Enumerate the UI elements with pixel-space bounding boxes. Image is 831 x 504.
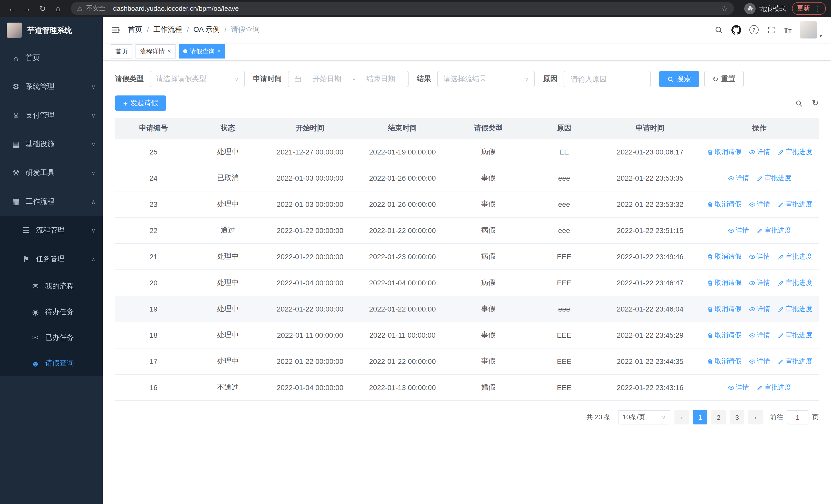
page-button-2[interactable]: 2 — [711, 410, 726, 424]
github-icon[interactable] — [732, 25, 741, 35]
cell-start-time: 2022-01-22 00:00:00 — [264, 243, 356, 270]
browser-home-icon[interactable]: ⌂ — [51, 2, 65, 15]
sidebar-item-process-management[interactable]: ☰ 流程管理 ∨ — [0, 216, 103, 245]
table-search-icon[interactable] — [795, 99, 803, 107]
sidebar-item-leave-query[interactable]: ☻ 请假查询 — [0, 351, 103, 376]
reset-button[interactable]: ↻ 重置 — [704, 71, 744, 87]
forward-icon[interactable]: → — [21, 2, 34, 15]
sidebar-item-todo-tasks[interactable]: ◉ 待办任务 — [0, 299, 103, 325]
fullscreen-icon[interactable] — [767, 25, 776, 34]
sidebar-item-done-tasks[interactable]: ✂ 已办任务 — [0, 325, 103, 351]
breadcrumb-workflow[interactable]: 工作流程 — [153, 25, 182, 34]
search-icon[interactable] — [715, 25, 723, 34]
detail-action-link[interactable]: 详情 — [727, 226, 749, 235]
breadcrumb-oa-example[interactable]: OA 示例 — [194, 25, 220, 34]
pagination-total: 共 23 条 — [586, 413, 611, 422]
cancel-action-link[interactable]: 取消请假 — [707, 147, 741, 156]
leave-type-select[interactable]: 请选择请假类型 ∨ — [150, 71, 245, 87]
detail-action-link[interactable]: 详情 — [749, 200, 770, 209]
cancel-action-link[interactable]: 取消请假 — [707, 357, 741, 366]
detail-action-link[interactable]: 详情 — [749, 278, 770, 288]
bookmark-star-icon[interactable]: ☆ — [721, 4, 728, 12]
progress-action-link[interactable]: 审批进度 — [777, 357, 812, 366]
progress-action-link[interactable]: 审批进度 — [756, 226, 791, 235]
back-icon[interactable]: ← — [5, 2, 19, 15]
cell-status: 处理中 — [192, 270, 264, 296]
search-button[interactable]: 搜索 — [659, 71, 699, 87]
close-icon[interactable]: × — [167, 48, 171, 54]
tab-home[interactable]: 首页 — [111, 44, 133, 59]
apply-time-label: 申请时间 — [253, 75, 282, 84]
gear-icon: ⚙ — [11, 82, 21, 91]
prev-page-button[interactable]: ‹ — [675, 410, 689, 424]
update-button[interactable]: 更新 ⋮ — [792, 2, 826, 15]
cell-start-time: 2022-01-22 00:00:00 — [264, 348, 356, 375]
filter-form: 请假类型 请选择请假类型 ∨ 申请时间 开始日期 — [115, 71, 819, 87]
cancel-action-link[interactable]: 取消请假 — [707, 252, 741, 261]
apply-time-range-picker[interactable]: 开始日期 - 结束日期 — [288, 71, 408, 87]
progress-action-link[interactable]: 审批进度 — [777, 147, 812, 156]
goto-page-input[interactable] — [787, 410, 808, 424]
cancel-action-link[interactable]: 取消请假 — [707, 278, 741, 288]
user-menu[interactable]: ▼ — [800, 21, 823, 38]
address-bar[interactable]: ⚠ 不安全 dashboard.yudao.iocoder.cn/bpm/oa/… — [71, 2, 734, 15]
page-button-3[interactable]: 3 — [730, 410, 744, 424]
help-icon[interactable]: ? — [749, 25, 758, 34]
page-button-1[interactable]: 1 — [693, 410, 707, 424]
sidebar-item-my-process[interactable]: ✉ 我的流程 — [0, 273, 103, 299]
browser-menu-icon[interactable]: ⋮ — [813, 5, 821, 12]
detail-action-link[interactable]: 详情 — [727, 383, 749, 392]
detail-action-link[interactable]: 详情 — [749, 252, 770, 261]
breadcrumb-home[interactable]: 首页 — [128, 25, 142, 34]
cell-start-time: 2022-01-04 00:00:00 — [264, 375, 356, 401]
progress-action-link[interactable]: 审批进度 — [777, 200, 812, 209]
sidebar-item-workflow[interactable]: ▦ 工作流程 ∧ — [0, 187, 103, 216]
detail-action-link[interactable]: 详情 — [749, 147, 770, 156]
detail-action-link[interactable]: 详情 — [749, 357, 770, 366]
create-leave-button[interactable]: + 发起请假 — [115, 95, 166, 111]
sidebar-item-devtools[interactable]: ⚒ 研发工具 ∨ — [0, 158, 103, 187]
detail-action-link[interactable]: 详情 — [749, 330, 770, 340]
detail-action-link[interactable]: 详情 — [727, 174, 749, 183]
progress-action-link[interactable]: 审批进度 — [756, 383, 791, 392]
cell-status: 处理中 — [192, 322, 264, 348]
table-refresh-icon[interactable]: ↻ — [812, 99, 819, 107]
sidebar-collapse-icon[interactable] — [111, 25, 121, 35]
sidebar-item-task-management[interactable]: ⚑ 任务管理 ∧ — [0, 245, 103, 273]
cancel-action-link[interactable]: 取消请假 — [707, 200, 741, 209]
tab-leave-query[interactable]: 请假查询 × — [179, 44, 225, 59]
cell-status: 处理中 — [192, 296, 264, 322]
sidebar-item-home[interactable]: ⌂ 首页 — [0, 43, 103, 72]
cancel-action-link[interactable]: 取消请假 — [707, 304, 741, 314]
reason-input[interactable] — [570, 75, 645, 84]
progress-action-link[interactable]: 审批进度 — [777, 330, 812, 340]
tab-process-detail[interactable]: 流程详情 × — [136, 44, 175, 59]
progress-action-link[interactable]: 审批进度 — [756, 174, 791, 183]
cell-end-time: 2022-01-26 00:00:00 — [356, 191, 449, 217]
edit-icon — [777, 149, 784, 155]
cell-apply-time: 2022-01-22 23:46:47 — [600, 270, 700, 296]
next-page-button[interactable]: › — [748, 410, 763, 424]
progress-action-link[interactable]: 审批进度 — [777, 304, 812, 314]
result-select[interactable]: 请选择流结果 ∨ — [437, 71, 535, 87]
sidebar-item-payment[interactable]: ¥ 支付管理 ∨ — [0, 101, 103, 130]
sidebar-item-system[interactable]: ⚙ 系统管理 ∨ — [0, 72, 103, 101]
page-size-select[interactable]: 10条/页 ∨ — [618, 410, 670, 424]
cell-id: 20 — [115, 270, 192, 296]
progress-action-link[interactable]: 审批进度 — [777, 278, 812, 288]
done-icon: ✂ — [31, 333, 40, 342]
sidebar-item-infrastructure[interactable]: ▤ 基础设施 ∨ — [0, 130, 103, 158]
cancel-action-link[interactable]: 取消请假 — [707, 330, 741, 340]
incognito-badge: 无痕模式 — [744, 3, 786, 14]
detail-action-link[interactable]: 详情 — [749, 304, 770, 314]
progress-action-link[interactable]: 审批进度 — [777, 252, 812, 261]
close-icon[interactable]: × — [217, 48, 221, 54]
app-logo[interactable]: 芋道管理系统 — [0, 17, 103, 43]
tools-icon: ⚒ — [11, 168, 21, 178]
cell-end-time: 2022-01-11 00:00:00 — [356, 322, 449, 348]
cell-apply-time: 2022-01-22 23:46:04 — [600, 296, 700, 322]
cell-id: 23 — [115, 191, 192, 217]
font-size-icon[interactable]: TT — [784, 26, 792, 34]
navbar-actions: ? TT ▼ — [715, 21, 823, 38]
reload-icon[interactable]: ↻ — [36, 2, 49, 15]
